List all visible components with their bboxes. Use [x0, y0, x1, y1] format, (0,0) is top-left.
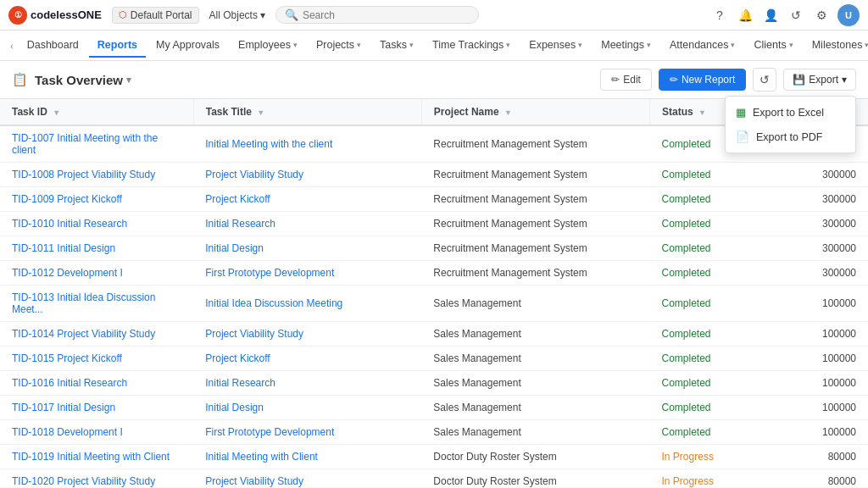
task-id-link[interactable]: TID-1018 Development I — [12, 426, 123, 438]
export-excel-option[interactable]: ▦ Export to Excel — [726, 100, 855, 125]
table-row: TID-1013 Initial Idea Discussion Meet...… — [0, 286, 868, 322]
cell-project-name: Recruitment Management System — [421, 236, 649, 261]
cell-budget: 300000 — [769, 163, 868, 187]
cell-status: In Progress — [650, 445, 769, 469]
project-sort-icon: ▼ — [504, 108, 512, 117]
status-badge: Completed — [662, 169, 711, 180]
report-title-caret[interactable]: ▾ — [126, 75, 131, 86]
notification-icon[interactable]: 🔔 — [736, 6, 754, 25]
cell-project-name: Sales Management — [421, 420, 649, 445]
task-id-link[interactable]: TID-1008 Project Viability Study — [12, 169, 155, 180]
edit-icon: ✏ — [611, 74, 620, 86]
task-title-link[interactable]: Initial Research — [205, 218, 275, 230]
search-bar[interactable]: 🔍 — [275, 6, 479, 24]
cell-project-name: Recruitment Management System — [421, 187, 649, 212]
nav-dashboard[interactable]: Dashboard — [19, 34, 87, 58]
cell-budget: 80000 — [769, 469, 868, 488]
cell-budget: 100000 — [769, 322, 868, 347]
new-report-label: New Report — [682, 74, 735, 86]
report-title-text: Task Overview — [35, 73, 123, 87]
task-id-link[interactable]: TID-1011 Initial Design — [12, 242, 115, 254]
task-title-link[interactable]: Initial Meeting with the client — [205, 138, 332, 150]
cell-task-title: Project Kickoff — [193, 347, 421, 371]
nav-prev-arrow[interactable]: ‹ — [7, 41, 17, 51]
excel-icon: ▦ — [736, 106, 746, 119]
cell-project-name: Sales Management — [421, 347, 649, 371]
task-id-link[interactable]: TID-1019 Initial Meeting with Client — [12, 451, 170, 463]
nav-attendances[interactable]: Attendances ▾ — [661, 34, 744, 58]
cell-budget: 100000 — [769, 286, 868, 322]
portal-button[interactable]: ⬡ Default Portal — [112, 7, 199, 24]
nav-employees[interactable]: Employees ▾ — [230, 34, 306, 58]
task-title-link[interactable]: First Prototype Development — [205, 426, 334, 438]
export-pdf-option[interactable]: 📄 Export to PDF — [726, 125, 855, 149]
task-title-link[interactable]: Initial Research — [205, 377, 275, 389]
all-objects-button[interactable]: All Objects ▾ — [209, 9, 265, 21]
task-id-link[interactable]: TID-1017 Initial Design — [12, 402, 115, 413]
nav-reports[interactable]: Reports — [89, 34, 146, 58]
task-title-sort-icon: ▼ — [257, 108, 264, 117]
status-badge: In Progress — [662, 451, 714, 463]
status-sort-icon: ▼ — [698, 108, 706, 117]
task-id-link[interactable]: TID-1012 Development I — [12, 267, 123, 279]
table-row: TID-1015 Project Kickoff Project Kickoff… — [0, 347, 868, 371]
task-title-link[interactable]: Project Kickoff — [205, 352, 270, 364]
nav-time-trackings[interactable]: Time Trackings ▾ — [424, 34, 519, 58]
nav-expenses-label: Expenses — [529, 39, 576, 51]
cell-task-title: Initial Meeting with the client — [193, 125, 421, 163]
task-id-link[interactable]: TID-1016 Initial Research — [12, 377, 127, 389]
user-icon[interactable]: 👤 — [761, 6, 780, 25]
nav-clients[interactable]: Clients ▾ — [745, 34, 801, 58]
search-input[interactable] — [303, 9, 470, 21]
col-header-task-id[interactable]: Task ID ▼ — [0, 99, 193, 125]
all-objects-caret: ▾ — [260, 9, 265, 21]
edit-button[interactable]: ✏ Edit — [600, 69, 652, 91]
cell-status: Completed — [650, 163, 769, 187]
nav-projects[interactable]: Projects ▾ — [308, 34, 370, 58]
cell-task-title: Project Viability Study — [193, 469, 421, 488]
task-title-link[interactable]: Initial Design — [205, 242, 264, 254]
settings-icon[interactable]: ⚙ — [812, 6, 831, 25]
status-badge: In Progress — [662, 475, 714, 487]
cell-task-title: Project Kickoff — [193, 187, 421, 212]
avatar[interactable]: U — [837, 4, 860, 26]
nav-milestones[interactable]: Milestones ▾ — [804, 34, 868, 58]
task-title-link[interactable]: Initial Idea Discussion Meeting — [205, 297, 342, 309]
refresh-button[interactable]: ↺ — [753, 68, 776, 92]
task-id-link[interactable]: TID-1010 Initial Research — [12, 218, 127, 230]
task-id-link[interactable]: TID-1013 Initial Idea Discussion Meet... — [12, 291, 155, 315]
task-title-link[interactable]: Project Viability Study — [205, 169, 303, 180]
cell-status: Completed — [650, 212, 769, 236]
nav-expenses[interactable]: Expenses ▾ — [520, 34, 591, 58]
task-id-link[interactable]: TID-1009 Project Kickoff — [12, 193, 122, 205]
col-header-project-name[interactable]: Project Name ▼ — [421, 99, 649, 125]
pdf-icon: 📄 — [736, 130, 749, 143]
task-title-link[interactable]: Initial Meeting with Client — [205, 451, 318, 463]
nav-employees-caret: ▾ — [293, 41, 298, 49]
help-icon[interactable]: ? — [710, 6, 729, 25]
task-id-link[interactable]: TID-1015 Project Kickoff — [12, 352, 122, 364]
task-id-link[interactable]: TID-1020 Project Viability Study — [12, 475, 155, 487]
nav-tasks[interactable]: Tasks ▾ — [371, 34, 422, 58]
cell-project-name: Sales Management — [421, 371, 649, 396]
task-title-link[interactable]: Project Kickoff — [205, 193, 270, 205]
nav-tasks-label: Tasks — [380, 39, 407, 51]
new-report-button[interactable]: ✏ New Report — [659, 69, 746, 91]
cell-task-title: Initial Design — [193, 396, 421, 420]
cell-project-name: Sales Management — [421, 396, 649, 420]
nav-meetings[interactable]: Meetings ▾ — [593, 34, 659, 58]
nav-my-approvals[interactable]: My Approvals — [147, 34, 228, 58]
task-title-link[interactable]: Initial Design — [205, 402, 264, 413]
task-title-link[interactable]: First Prototype Development — [205, 267, 334, 279]
table-row: TID-1016 Initial Research Initial Resear… — [0, 371, 868, 396]
refresh-icon[interactable]: ↺ — [787, 6, 805, 25]
task-id-link[interactable]: TID-1014 Project Viability Study — [12, 328, 155, 340]
col-header-task-title[interactable]: Task Title ▼ — [193, 99, 421, 125]
task-title-link[interactable]: Project Viability Study — [205, 328, 303, 340]
task-id-link[interactable]: TID-1007 Initial Meeting with the client — [12, 132, 158, 156]
export-button[interactable]: 💾 Export ▾ — [783, 69, 856, 91]
task-title-link[interactable]: Project Viability Study — [205, 475, 303, 487]
export-excel-label: Export to Excel — [753, 107, 824, 119]
cell-project-name: Doctor Duty Roster System — [421, 445, 649, 469]
nav-clients-label: Clients — [754, 39, 786, 51]
